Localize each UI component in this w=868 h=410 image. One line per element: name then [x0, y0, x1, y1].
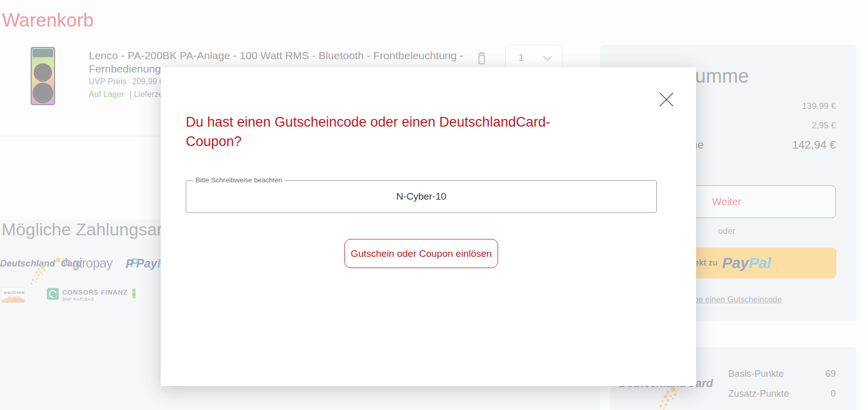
voucher-modal: Du hast einen Gutscheincode oder einen D…	[161, 67, 696, 386]
voucher-input-field: Bitte Schreibweise beachten	[186, 180, 657, 213]
cart-page: Warenkorb Lenco - PA-200BK PA-Anlage - 1…	[0, 0, 868, 410]
voucher-input-label: Bitte Schreibweise beachten	[193, 176, 285, 184]
close-button[interactable]	[659, 92, 674, 107]
close-icon	[659, 92, 674, 107]
voucher-code-input[interactable]	[186, 181, 656, 212]
redeem-voucher-button[interactable]: Gutschein oder Coupon einlösen	[344, 239, 498, 268]
voucher-modal-heading: Du hast einen Gutscheincode oder einen D…	[186, 112, 579, 151]
